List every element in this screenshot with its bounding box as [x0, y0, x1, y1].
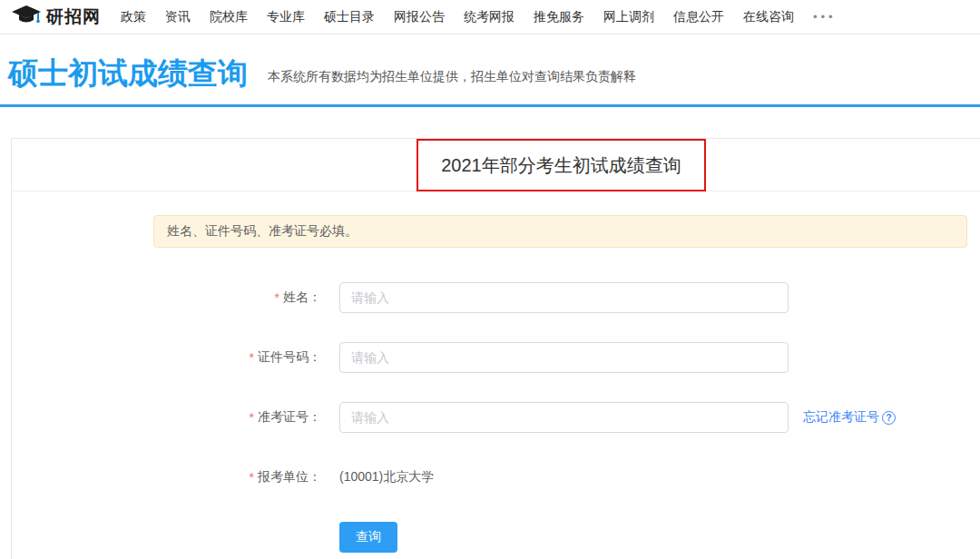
nav-item-online-adjustment[interactable]: 网上调剂: [603, 9, 654, 25]
nav-item-exempt-service[interactable]: 推免服务: [534, 9, 584, 25]
card-title-red-annotation: 2021年部分考生初试成绩查询: [416, 139, 706, 191]
required-fields-notice: 姓名、证件号码、准考证号必填。: [153, 215, 967, 248]
nav-item-college-library[interactable]: 院校库: [210, 9, 248, 25]
nav-item-news[interactable]: 资讯: [165, 9, 191, 25]
name-label: * 姓名：: [12, 289, 321, 306]
blue-divider: [0, 104, 980, 107]
required-marker: *: [275, 290, 279, 305]
page-header: 硕士初试成绩查询 本系统所有数据均为招生单位提供，招生单位对查询结果负责解释: [8, 58, 980, 90]
form-row-id-number: * 证件号码：: [12, 342, 980, 373]
nav-item-online-consult[interactable]: 在线咨询: [743, 9, 794, 25]
form-row-target-unit: * 报考单位： (10001)北京大学: [12, 462, 980, 493]
required-marker: *: [250, 350, 254, 365]
required-marker: *: [250, 470, 254, 485]
forgot-admission-ticket-link[interactable]: 忘记准考证号 ?: [803, 409, 896, 426]
top-nav: 研招网 政策 资讯 院校库 专业库 硕士目录 网报公告 统考网报 推免服务 网上…: [0, 0, 980, 34]
target-unit-label: * 报考单位：: [12, 469, 321, 485]
nav-more-button[interactable]: •••: [813, 10, 837, 24]
card-title: 2021年部分考生初试成绩查询: [441, 153, 681, 178]
nav-item-major-library[interactable]: 专业库: [267, 9, 305, 25]
graduation-cap-icon: [11, 5, 42, 30]
question-circle-icon: ?: [882, 411, 896, 425]
nav-item-info-disclosure[interactable]: 信息公开: [673, 9, 724, 25]
name-input[interactable]: [339, 282, 789, 313]
nav-item-unified-exam-report[interactable]: 统考网报: [464, 9, 514, 25]
site-name: 研招网: [46, 5, 101, 29]
site-logo[interactable]: 研招网: [11, 5, 101, 30]
nav-item-online-report-notice[interactable]: 网报公告: [394, 9, 445, 25]
nav-item-policy[interactable]: 政策: [121, 9, 146, 25]
target-unit-value: (10001)北京大学: [339, 469, 434, 485]
id-number-label: * 证件号码：: [12, 349, 321, 366]
card-header: 2021年部分考生初试成绩查询: [12, 139, 980, 191]
page-subtitle: 本系统所有数据均为招生单位提供，招生单位对查询结果负责解释: [268, 69, 636, 90]
query-card: 2021年部分考生初试成绩查询 姓名、证件号码、准考证号必填。 * 姓名： * …: [11, 138, 980, 559]
id-number-input[interactable]: [339, 342, 789, 373]
form-row-submit: 查询: [12, 522, 980, 553]
nav-menu: 政策 资讯 院校库 专业库 硕士目录 网报公告 统考网报 推免服务 网上调剂 信…: [121, 9, 837, 25]
page-title: 硕士初试成绩查询: [8, 58, 248, 90]
form-row-name: * 姓名：: [12, 282, 980, 313]
query-button[interactable]: 查询: [339, 522, 397, 553]
admission-ticket-label: * 准考证号：: [12, 409, 321, 426]
query-form: * 姓名： * 证件号码： * 准考证号： 忘记准考证号 ?: [12, 282, 980, 553]
required-marker: *: [250, 410, 254, 425]
admission-ticket-input[interactable]: [339, 402, 789, 433]
form-row-admission-ticket: * 准考证号： 忘记准考证号 ?: [12, 402, 980, 433]
nav-item-master-catalog[interactable]: 硕士目录: [324, 9, 375, 25]
